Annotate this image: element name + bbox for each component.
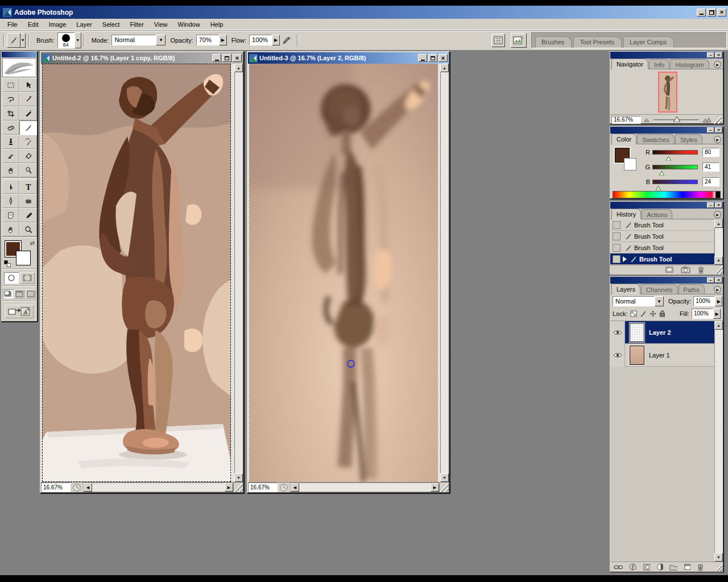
- doc1-hscrollbar[interactable]: ◀ ▶: [83, 483, 234, 492]
- tool-history-brush[interactable]: [19, 135, 37, 149]
- doc2-scroll-up-icon[interactable]: ▲: [440, 64, 449, 72]
- fullscreen-button[interactable]: [26, 289, 36, 298]
- airbrush-toggle[interactable]: [280, 33, 295, 48]
- layer1-visibility-toggle[interactable]: [610, 344, 625, 367]
- tab-swatches[interactable]: Swatches: [637, 134, 675, 144]
- doc2-maximize-button[interactable]: [428, 54, 437, 62]
- history-titlebar[interactable]: – ×: [610, 202, 723, 209]
- color-close-icon[interactable]: ×: [715, 127, 722, 133]
- blend-mode-dropdown-icon[interactable]: ▼: [156, 35, 166, 45]
- tool-crop[interactable]: [2, 106, 19, 120]
- brush-preview[interactable]: 84: [57, 32, 75, 48]
- history-state-2[interactable]: Brush Tool: [610, 231, 714, 242]
- layer-style-icon[interactable]: f: [629, 563, 637, 571]
- tool-move[interactable]: [19, 78, 37, 92]
- tool-eyedropper[interactable]: [19, 208, 37, 222]
- lock-position-icon[interactable]: [650, 310, 656, 317]
- doc2-scroll-right-icon[interactable]: ▶: [431, 483, 439, 492]
- lock-pixels-icon[interactable]: [640, 310, 647, 317]
- layers-scroll-up-icon[interactable]: ▲: [714, 321, 723, 330]
- navigator-resize-grip[interactable]: [714, 116, 722, 124]
- menu-select[interactable]: Select: [97, 19, 125, 30]
- well-tab-brushes[interactable]: Brushes: [535, 36, 572, 48]
- tool-type[interactable]: T: [19, 180, 37, 194]
- tab-actions[interactable]: Actions: [642, 209, 672, 219]
- tool-dodge[interactable]: [19, 163, 37, 177]
- color-flyout-icon[interactable]: ▶: [714, 136, 721, 143]
- app-titlebar[interactable]: Adobe Photoshop ×: [0, 6, 728, 19]
- layer2-visibility-toggle[interactable]: [610, 321, 625, 344]
- tab-navigator[interactable]: Navigator: [611, 59, 648, 69]
- red-slider[interactable]: [652, 150, 698, 155]
- blend-mode-select[interactable]: Normal ▼: [111, 35, 166, 45]
- restore-button[interactable]: [707, 9, 716, 16]
- tool-zoom[interactable]: [19, 222, 37, 236]
- doc1-zoom-field[interactable]: 16.67%: [41, 483, 71, 492]
- history-source-checkbox[interactable]: [613, 244, 621, 252]
- tool-brush[interactable]: [19, 120, 37, 135]
- menu-help[interactable]: Help: [205, 19, 229, 30]
- tab-color[interactable]: Color: [611, 134, 636, 144]
- adjustment-layer-icon[interactable]: [657, 563, 663, 571]
- history-state-3[interactable]: Brush Tool: [610, 242, 714, 253]
- opacity-field[interactable]: 70% ▶: [196, 35, 227, 45]
- doc2-scroll-left-icon[interactable]: ◀: [291, 483, 299, 492]
- layer-row-layer1[interactable]: Layer 1: [610, 344, 723, 367]
- swap-colors-icon[interactable]: ⇄: [30, 240, 35, 246]
- layers-close-icon[interactable]: ×: [715, 277, 722, 283]
- layer-row-layer2[interactable]: Layer 2: [610, 321, 723, 344]
- tool-hand[interactable]: [2, 222, 19, 236]
- doc1-scroll-up-icon[interactable]: ▲: [234, 64, 243, 72]
- standard-screen-button[interactable]: [3, 289, 13, 298]
- doc2-scroll-down-icon[interactable]: ▼: [440, 473, 449, 482]
- doc1-close-button[interactable]: ×: [233, 54, 242, 62]
- minimize-button[interactable]: [697, 9, 706, 16]
- menu-layer[interactable]: Layer: [71, 19, 97, 30]
- tool-shape[interactable]: [19, 194, 37, 208]
- delete-layer-trash-icon[interactable]: [697, 563, 703, 571]
- new-layer-icon[interactable]: [684, 563, 690, 571]
- tab-history[interactable]: History: [611, 209, 641, 219]
- doc1-maximize-button[interactable]: [222, 54, 231, 62]
- tool-marquee[interactable]: [2, 78, 19, 92]
- close-button[interactable]: ×: [717, 9, 726, 16]
- green-value[interactable]: 41: [702, 163, 719, 172]
- flow-slider-icon[interactable]: ▶: [272, 35, 280, 45]
- layer2-thumbnail[interactable]: [630, 323, 644, 342]
- history-scroll-up-icon[interactable]: ▲: [714, 219, 723, 228]
- history-source-checkbox[interactable]: [613, 221, 621, 229]
- doc1-vscrollbar[interactable]: ▲ ▼: [234, 64, 243, 482]
- tab-histogram[interactable]: Histogram: [670, 59, 709, 69]
- standard-mode-button[interactable]: [4, 272, 19, 284]
- red-value[interactable]: 80: [702, 148, 719, 157]
- tab-info[interactable]: Info: [649, 59, 669, 69]
- doc1-canvas[interactable]: [42, 64, 231, 482]
- tab-channels[interactable]: Channels: [641, 284, 677, 294]
- add-mask-icon[interactable]: [643, 564, 651, 571]
- doc1-minimize-button[interactable]: [212, 54, 221, 62]
- doc1-scroll-right-icon[interactable]: ▶: [225, 483, 233, 492]
- doc2-canvas[interactable]: [249, 64, 438, 482]
- color-background-swatch[interactable]: [624, 158, 636, 171]
- layers-opacity-field[interactable]: 100% ▶: [693, 296, 722, 306]
- doc2-close-button[interactable]: ×: [439, 54, 448, 62]
- layer1-thumbnail[interactable]: [630, 346, 644, 365]
- navigator-zoom-field[interactable]: 16.67%: [611, 116, 641, 124]
- doc1-scroll-down-icon[interactable]: ▼: [234, 473, 243, 482]
- menu-window[interactable]: Window: [173, 19, 205, 30]
- layers-blend-dropdown-icon[interactable]: ▼: [655, 296, 664, 306]
- tool-smudge[interactable]: [2, 163, 19, 177]
- history-resize-grip[interactable]: [715, 266, 723, 274]
- layers-scroll-down-icon[interactable]: ▼: [714, 553, 723, 562]
- history-scroll-down-icon[interactable]: ▼: [714, 256, 723, 265]
- navigator-flyout-icon[interactable]: ▶: [714, 61, 721, 68]
- layers-fill-slider-icon[interactable]: ▶: [713, 309, 721, 319]
- doc1-scroll-left-icon[interactable]: ◀: [84, 483, 92, 492]
- adobe-feather-logo[interactable]: [2, 58, 36, 77]
- color-minimize-icon[interactable]: –: [707, 127, 714, 133]
- flow-field[interactable]: 100% ▶: [249, 35, 280, 45]
- tab-paths[interactable]: Paths: [679, 284, 705, 294]
- color-spectrum-ramp[interactable]: [613, 191, 721, 198]
- background-color-swatch[interactable]: [16, 251, 30, 265]
- tool-pen[interactable]: [2, 194, 19, 208]
